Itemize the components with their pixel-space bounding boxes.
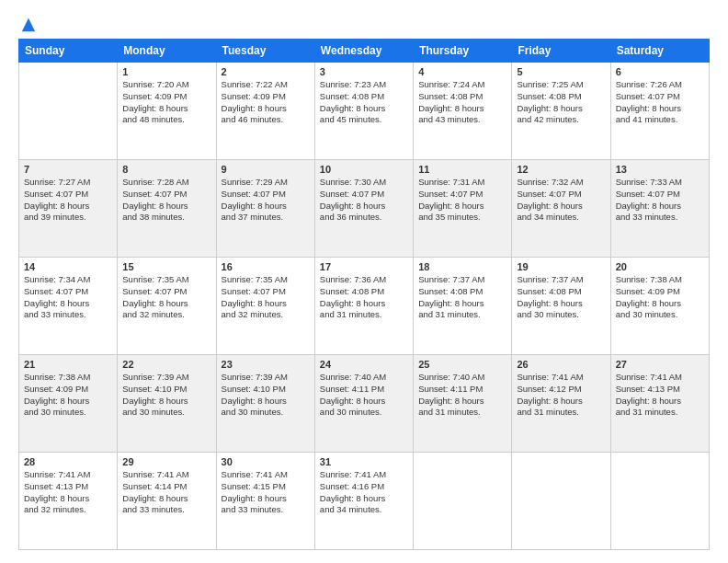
- sunrise-text: Sunrise: 7:22 AM: [222, 79, 310, 91]
- calendar-cell: 5Sunrise: 7:25 AMSunset: 4:08 PMDaylight…: [512, 63, 610, 160]
- calendar-cell: 18Sunrise: 7:37 AMSunset: 4:08 PMDayligh…: [414, 258, 512, 355]
- calendar-cell: [512, 453, 610, 550]
- sunrise-text: Sunrise: 7:38 AM: [24, 372, 112, 384]
- sunset-text: Sunset: 4:10 PM: [222, 384, 310, 396]
- cell-content: Sunrise: 7:26 AMSunset: 4:07 PMDaylight:…: [616, 79, 704, 126]
- day-number: 24: [320, 359, 408, 370]
- daylight-text: Daylight: 8 hours: [24, 396, 112, 408]
- sunrise-text: Sunrise: 7:35 AM: [222, 274, 310, 286]
- sunrise-text: Sunrise: 7:39 AM: [222, 372, 310, 384]
- sunrise-text: Sunrise: 7:41 AM: [222, 469, 310, 481]
- daylight-text: Daylight: 8 hours: [517, 396, 605, 408]
- daylight-text-cont: and 31 minutes.: [418, 407, 506, 419]
- sunrise-text: Sunrise: 7:38 AM: [616, 274, 704, 286]
- sunrise-text: Sunrise: 7:35 AM: [122, 274, 210, 286]
- sunset-text: Sunset: 4:08 PM: [320, 286, 408, 298]
- daylight-text: Daylight: 8 hours: [122, 103, 210, 115]
- cell-content: Sunrise: 7:37 AMSunset: 4:08 PMDaylight:…: [517, 274, 605, 321]
- daylight-text-cont: and 36 minutes.: [320, 212, 408, 224]
- daylight-text: Daylight: 8 hours: [418, 298, 506, 310]
- calendar-cell: 31Sunrise: 7:41 AMSunset: 4:16 PMDayligh…: [314, 453, 413, 550]
- cell-content: Sunrise: 7:36 AMSunset: 4:08 PMDaylight:…: [320, 274, 408, 321]
- cell-content: Sunrise: 7:32 AMSunset: 4:07 PMDaylight:…: [517, 177, 605, 224]
- calendar-cell: [19, 63, 118, 160]
- calendar-cell: 10Sunrise: 7:30 AMSunset: 4:07 PMDayligh…: [314, 160, 413, 258]
- calendar-cell: [610, 453, 709, 550]
- day-number: 20: [616, 261, 704, 272]
- daylight-text: Daylight: 8 hours: [616, 201, 704, 213]
- cell-content: Sunrise: 7:25 AMSunset: 4:08 PMDaylight:…: [517, 79, 605, 126]
- day-number: 31: [320, 456, 408, 467]
- logo: [18, 17, 37, 29]
- day-number: 23: [222, 359, 310, 370]
- sunset-text: Sunset: 4:11 PM: [320, 384, 408, 396]
- day-number: 2: [222, 66, 310, 77]
- daylight-text: Daylight: 8 hours: [320, 493, 408, 505]
- daylight-text-cont: and 30 minutes.: [122, 407, 210, 419]
- cell-content: Sunrise: 7:31 AMSunset: 4:07 PMDaylight:…: [418, 177, 506, 224]
- sunset-text: Sunset: 4:09 PM: [616, 286, 704, 298]
- calendar-cell: 16Sunrise: 7:35 AMSunset: 4:07 PMDayligh…: [216, 258, 314, 355]
- daylight-text: Daylight: 8 hours: [320, 103, 408, 115]
- cell-content: Sunrise: 7:41 AMSunset: 4:14 PMDaylight:…: [122, 469, 210, 516]
- daylight-text: Daylight: 8 hours: [122, 298, 210, 310]
- sunset-text: Sunset: 4:07 PM: [24, 286, 112, 298]
- daylight-text: Daylight: 8 hours: [122, 396, 210, 408]
- cell-content: Sunrise: 7:40 AMSunset: 4:11 PMDaylight:…: [418, 372, 506, 419]
- day-number: 1: [122, 66, 210, 77]
- weekday-header-thursday: Thursday: [414, 40, 512, 63]
- day-number: 26: [517, 359, 605, 370]
- cell-content: Sunrise: 7:29 AMSunset: 4:07 PMDaylight:…: [222, 177, 310, 224]
- sunset-text: Sunset: 4:10 PM: [122, 384, 210, 396]
- calendar-cell: 17Sunrise: 7:36 AMSunset: 4:08 PMDayligh…: [314, 258, 413, 355]
- sunrise-text: Sunrise: 7:25 AM: [517, 79, 605, 91]
- daylight-text-cont: and 33 minutes.: [616, 212, 704, 224]
- sunrise-text: Sunrise: 7:30 AM: [320, 177, 408, 189]
- sunset-text: Sunset: 4:08 PM: [320, 91, 408, 103]
- day-number: 7: [24, 164, 112, 175]
- sunset-text: Sunset: 4:14 PM: [122, 481, 210, 493]
- calendar-table: SundayMondayTuesdayWednesdayThursdayFrid…: [18, 39, 710, 550]
- daylight-text-cont: and 43 minutes.: [418, 114, 506, 126]
- calendar-cell: 27Sunrise: 7:41 AMSunset: 4:13 PMDayligh…: [610, 355, 709, 453]
- weekday-header-wednesday: Wednesday: [314, 40, 413, 63]
- daylight-text: Daylight: 8 hours: [222, 201, 310, 213]
- sunrise-text: Sunrise: 7:40 AM: [320, 372, 408, 384]
- day-number: 29: [122, 456, 210, 467]
- daylight-text: Daylight: 8 hours: [616, 298, 704, 310]
- day-number: 10: [320, 164, 408, 175]
- cell-content: Sunrise: 7:20 AMSunset: 4:09 PMDaylight:…: [122, 79, 210, 126]
- daylight-text-cont: and 48 minutes.: [122, 114, 210, 126]
- day-number: 17: [320, 261, 408, 272]
- daylight-text: Daylight: 8 hours: [320, 396, 408, 408]
- sunrise-text: Sunrise: 7:41 AM: [320, 469, 408, 481]
- sunset-text: Sunset: 4:12 PM: [517, 384, 605, 396]
- daylight-text-cont: and 30 minutes.: [222, 407, 310, 419]
- daylight-text: Daylight: 8 hours: [418, 396, 506, 408]
- day-number: 16: [222, 261, 310, 272]
- daylight-text-cont: and 39 minutes.: [24, 212, 112, 224]
- daylight-text-cont: and 30 minutes.: [517, 309, 605, 321]
- sunrise-text: Sunrise: 7:32 AM: [517, 177, 605, 189]
- logo-text: [18, 17, 37, 33]
- sunset-text: Sunset: 4:07 PM: [24, 189, 112, 201]
- daylight-text-cont: and 31 minutes.: [616, 407, 704, 419]
- sunrise-text: Sunrise: 7:24 AM: [418, 79, 506, 91]
- day-number: 15: [122, 261, 210, 272]
- daylight-text-cont: and 30 minutes.: [320, 407, 408, 419]
- daylight-text-cont: and 30 minutes.: [24, 407, 112, 419]
- calendar-cell: 28Sunrise: 7:41 AMSunset: 4:13 PMDayligh…: [19, 453, 118, 550]
- sunrise-text: Sunrise: 7:37 AM: [517, 274, 605, 286]
- daylight-text: Daylight: 8 hours: [418, 201, 506, 213]
- cell-content: Sunrise: 7:22 AMSunset: 4:09 PMDaylight:…: [222, 79, 310, 126]
- sunrise-text: Sunrise: 7:23 AM: [320, 79, 408, 91]
- daylight-text: Daylight: 8 hours: [616, 103, 704, 115]
- daylight-text: Daylight: 8 hours: [517, 201, 605, 213]
- cell-content: Sunrise: 7:41 AMSunset: 4:16 PMDaylight:…: [320, 469, 408, 516]
- day-number: 22: [122, 359, 210, 370]
- day-number: 25: [418, 359, 506, 370]
- daylight-text: Daylight: 8 hours: [616, 396, 704, 408]
- sunset-text: Sunset: 4:08 PM: [517, 286, 605, 298]
- sunrise-text: Sunrise: 7:33 AM: [616, 177, 704, 189]
- daylight-text-cont: and 33 minutes.: [222, 504, 310, 516]
